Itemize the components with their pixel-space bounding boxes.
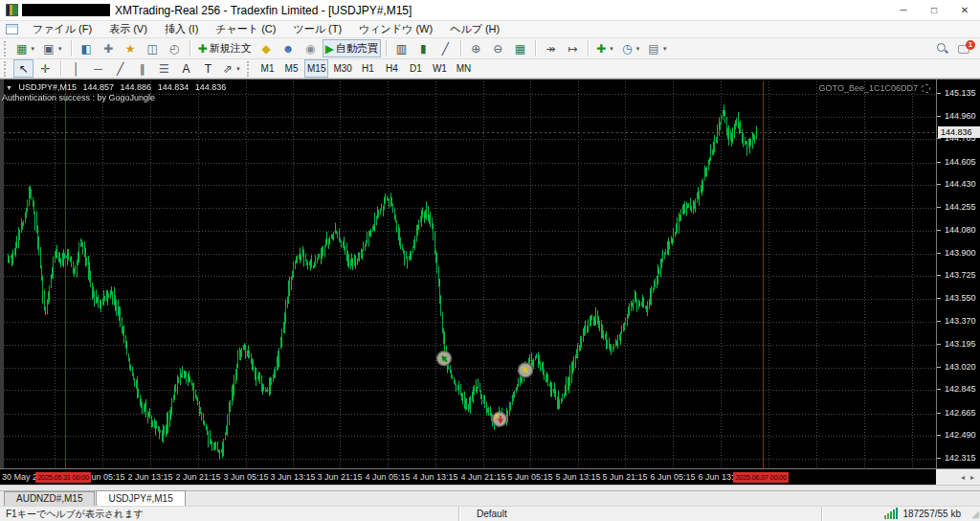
menu-item[interactable]: ウィンドウ (W) [350,21,441,37]
close-button[interactable]: ✕ [949,0,980,21]
zoom-in-button[interactable]: ⊕ [466,39,486,57]
metaeditor-button[interactable]: ◆ [256,39,277,57]
navigator-button[interactable]: ★ [121,39,141,57]
text-label-button[interactable]: T [198,59,218,78]
crosshair-icon: ✛ [40,63,50,75]
menu-item[interactable]: 表示 (V) [100,21,156,37]
timeframe-mn-button[interactable]: MN [453,59,475,78]
data-window-button[interactable]: ✚ [99,39,119,57]
new-order-button[interactable]: ✚新規注文 [195,39,255,57]
dropdown-arrow-icon[interactable]: ▼ [635,46,640,52]
scroll-right-icon[interactable]: ▸ [970,474,974,482]
bar-chart-button[interactable]: ▥ [391,39,412,57]
chart-tab[interactable]: USDJPY#,M15 [96,490,185,506]
time-axis[interactable]: 30 May 202 Jun 05:152 Jun 13:152 Jun 21:… [0,468,936,486]
chart-tab[interactable]: AUDNZD#,M15 [4,491,95,506]
zoom-out-button[interactable]: ⊖ [488,39,508,57]
candlestick-button[interactable]: ▮ [413,39,434,57]
autotrading-button[interactable]: ▶自動売買 [323,39,381,57]
terminal-button[interactable]: ◫ [143,39,163,57]
dropdown-arrow-icon[interactable]: ▼ [30,46,35,52]
timeframe-h1-button[interactable]: H1 [357,59,379,78]
market-watch-icon: ◧ [80,43,91,55]
text-button[interactable]: A [176,59,196,78]
toolbar-standard: ▦▼▣▼◧✚★◫◴✚新規注文◆☻◉▶自動売買▥▮╱⊕⊖▦↠↦✚▼◷▼▤▼1 [0,38,980,59]
minimize-button[interactable]: ─ [888,0,919,21]
toolbar-grip[interactable] [4,61,9,77]
cursor-button[interactable]: ↖ [13,59,33,78]
toolbar-grip[interactable] [4,41,9,57]
strategy-tester-button[interactable]: ◴ [165,39,185,57]
ohlc-close: 144.836 [195,82,227,92]
timeframe-d1-button[interactable]: D1 [405,59,427,78]
timeframe-m5-button[interactable]: M5 [280,59,302,78]
dropdown-arrow-icon[interactable]: ▼ [235,66,241,72]
new-order-button-label: 新規注文 [210,43,252,54]
fibonacci-button[interactable]: ☰ [154,59,174,78]
signals-icon: ◉ [305,43,315,55]
autotrading-icon: ▶ [325,43,334,55]
ohlc-info-line: ▼ USDJPY#,M15 144.857 144.886 144.834 14… [6,82,230,92]
notifications-icon[interactable]: 1 [958,43,972,55]
bar-chart-icon: ▥ [396,43,407,55]
price-chart-canvas[interactable] [4,81,936,468]
menu-item[interactable]: チャート (C) [207,21,284,37]
profiles-button[interactable]: ▣▼ [40,39,65,57]
price-tick-label: 142.315 [945,453,976,463]
ohlc-high: 144.886 [121,82,152,92]
collapse-caret-icon[interactable]: ▼ [6,84,12,91]
maximize-button[interactable]: □ [919,0,949,21]
app-icon [6,4,18,16]
chart-window-icon[interactable] [6,24,18,34]
status-profile[interactable]: Default [458,507,821,521]
vertical-line-button[interactable]: │ [66,59,86,78]
arrows-tool-button[interactable]: ⇗▼ [220,59,244,78]
templates-button[interactable]: ▤▼ [645,39,670,57]
traffic-text: 187257/55 kb [902,509,961,519]
menubar: ファイル (F)表示 (V)挿入 (I)チャート (C)ツール (T)ウィンドウ… [0,21,980,38]
price-tick-label: 143.370 [945,316,976,326]
crosshair-button[interactable]: ✛ [35,59,56,78]
ea-auth-message: Authentication success : by GogoJungle [2,93,155,102]
new-chart-icon: ▦ [16,43,27,55]
indicators-button[interactable]: ✚▼ [593,39,617,57]
line-chart-button[interactable]: ╱ [435,39,456,57]
auto-scroll-button[interactable]: ↠ [541,39,561,57]
ea-settings-gear-icon[interactable] [922,84,930,93]
autotrading-button-label: 自動売買 [336,43,378,54]
price-tick-label: 143.195 [945,339,976,349]
search-icon[interactable] [936,42,948,55]
menu-item[interactable]: ヘルプ (H) [441,21,508,37]
trendline-button[interactable]: ╱ [110,59,130,78]
new-chart-button[interactable]: ▦▼ [13,39,38,57]
dropdown-arrow-icon[interactable]: ▼ [57,46,63,52]
scroll-left-icon[interactable]: ◂ [961,474,965,482]
toolbar-separator [535,40,536,57]
tile-windows-button[interactable]: ▦ [510,39,530,57]
timeframe-w1-button[interactable]: W1 [429,59,451,78]
toolbar-grip[interactable] [247,61,252,77]
vline-time-label: 2025.06.07 00:00 [733,472,789,483]
timeframe-m15-button[interactable]: M15 [304,59,328,78]
market-watch-button[interactable]: ◧ [77,39,97,57]
chart-shift-button[interactable]: ↦ [563,39,583,57]
channel-button[interactable]: ∥ [132,59,152,78]
arrows-tool-icon: ⇗ [223,63,233,75]
resize-grip-icon[interactable]: ◢ [971,509,979,519]
menu-item[interactable]: 挿入 (I) [156,21,207,37]
signals-button[interactable]: ◉ [301,39,321,57]
dropdown-arrow-icon[interactable]: ▼ [609,46,614,52]
timeframe-m1-button[interactable]: M1 [256,59,278,78]
menu-item[interactable]: ツール (T) [284,21,350,37]
dropdown-arrow-icon[interactable]: ▼ [662,46,668,52]
price-tick-label: 145.135 [945,88,976,98]
horizontal-line-button[interactable]: ─ [88,59,108,78]
price-tick-label: 144.430 [945,179,976,189]
timeframe-h4-button[interactable]: H4 [381,59,403,78]
price-axis[interactable]: 144.836 145.135144.960144.785144.605144.… [936,79,980,468]
timeframe-m30-button[interactable]: M30 [330,59,354,78]
toolbar-separator [588,40,589,57]
periods-button[interactable]: ◷▼ [619,39,643,57]
menu-item[interactable]: ファイル (F) [24,21,100,37]
community-button[interactable]: ☻ [278,39,299,57]
